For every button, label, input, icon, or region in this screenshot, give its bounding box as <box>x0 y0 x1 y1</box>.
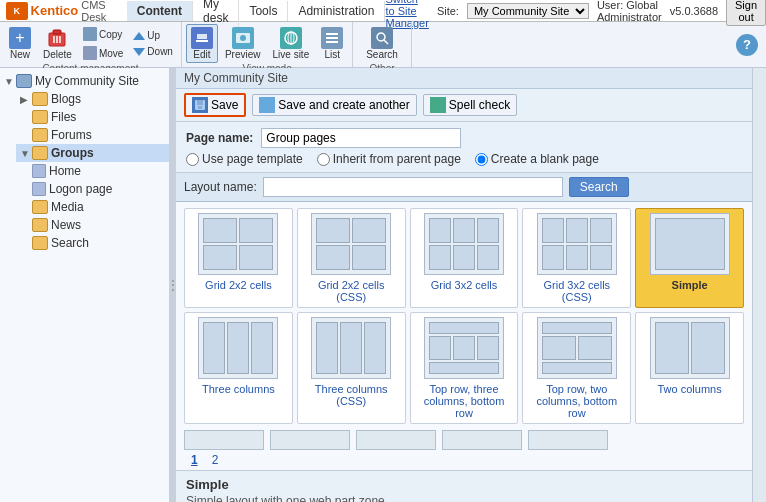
tree-item-home[interactable]: Home <box>16 162 169 180</box>
preview-button[interactable]: Preview <box>220 24 266 63</box>
nav-tools[interactable]: Tools <box>239 1 288 21</box>
logo-cms: CMS Desk <box>81 0 116 23</box>
move-button[interactable]: Move <box>79 44 127 62</box>
sidebar: ▼ My Community Site ▶ Blogs Files Forums <box>0 68 170 502</box>
folder-icon-blogs <box>32 92 48 106</box>
tree-root-label: My Community Site <box>35 74 139 88</box>
svg-rect-14 <box>326 41 338 43</box>
layout-item-simple[interactable]: Simple <box>635 208 744 308</box>
layout-item-twocol[interactable]: Two columns <box>635 312 744 424</box>
preview-icon <box>232 27 254 49</box>
layout-item-topthreebottom[interactable]: Top row, three columns, bottom row <box>410 312 519 424</box>
tree-item-media[interactable]: Media <box>16 198 169 216</box>
page-name-input[interactable] <box>261 128 461 148</box>
tree-item-blogs[interactable]: ▶ Blogs <box>16 90 169 108</box>
folder-icon-search <box>32 236 48 250</box>
list-button[interactable]: List <box>316 24 348 63</box>
tree-item-files[interactable]: Files <box>16 108 169 126</box>
radio-create-blank[interactable]: Create a blank page <box>475 152 599 166</box>
breadcrumb: My Community Site <box>176 68 752 89</box>
svg-point-8 <box>240 35 246 41</box>
tree-label-home: Home <box>49 164 81 178</box>
svg-rect-5 <box>196 40 208 42</box>
svg-marker-6 <box>197 34 207 39</box>
down-button[interactable]: Down <box>129 44 177 59</box>
scrollbar[interactable] <box>752 68 766 502</box>
new-button[interactable]: + New <box>4 24 36 63</box>
svg-rect-13 <box>326 37 338 39</box>
layout-item-grid3x2[interactable]: Grid 3x2 cells <box>410 208 519 308</box>
tree-label-blogs: Blogs <box>51 92 81 106</box>
layout-item-grid2x2css[interactable]: Grid 2x2 cells (CSS) <box>297 208 406 308</box>
radio-inherit-parent[interactable]: Inherit from parent page <box>317 152 461 166</box>
svg-rect-18 <box>197 100 203 105</box>
version-label: v5.0.3688 <box>670 5 718 17</box>
layout-grid: Grid 2x2 cells Grid 2x2 cells (CSS) <box>176 202 752 428</box>
tree-label-search: Search <box>51 236 89 250</box>
description-text: Simple layout with one web part zone. <box>186 494 742 502</box>
layout-name-twocol: Two columns <box>657 383 721 395</box>
layout-item-threecol[interactable]: Three columns <box>184 312 293 424</box>
spell-check-label: Spell check <box>449 98 510 112</box>
spell-check-button[interactable]: Spell check <box>423 94 517 116</box>
tree-label-forums: Forums <box>51 128 92 142</box>
tree-label-files: Files <box>51 110 76 124</box>
page-form: Page name: Use page template Inherit fro… <box>176 122 752 173</box>
tree-toggle-groups[interactable]: ▼ <box>20 148 32 159</box>
layout-item-grid3x2css[interactable]: Grid 3x2 cells (CSS) <box>522 208 631 308</box>
layout-name-grid2x2: Grid 2x2 cells <box>205 279 272 291</box>
search-label: Search <box>366 49 398 60</box>
delete-icon <box>46 27 68 49</box>
layout-item-grid2x2[interactable]: Grid 2x2 cells <box>184 208 293 308</box>
layout-name-grid3x2: Grid 3x2 cells <box>431 279 498 291</box>
page-1[interactable]: 1 <box>186 452 203 468</box>
copy-icon <box>83 27 97 41</box>
nav-content[interactable]: Content <box>127 1 193 21</box>
nav-administration[interactable]: Administration <box>288 1 385 21</box>
delete-button[interactable]: Delete <box>38 24 77 63</box>
save-create-button[interactable]: Save and create another <box>252 94 416 116</box>
toolbar-group-viewmode: Edit Preview Live site List Vie <box>182 22 353 67</box>
layout-search-button[interactable]: Search <box>569 177 629 197</box>
page-name-label: Page name: <box>186 131 253 145</box>
folder-icon-forums <box>32 128 48 142</box>
edit-button[interactable]: Edit <box>186 24 218 63</box>
radio-use-template[interactable]: Use page template <box>186 152 303 166</box>
layout-item-threecolcss[interactable]: Three columns (CSS) <box>297 312 406 424</box>
tree-item-groups[interactable]: ▼ Groups <box>16 144 169 162</box>
tree-root[interactable]: ▼ My Community Site <box>0 72 169 90</box>
save-icon <box>192 97 208 113</box>
folder-icon-news <box>32 218 48 232</box>
copy-button[interactable]: Copy <box>79 25 127 43</box>
tree-toggle-blogs[interactable]: ▶ <box>20 94 32 105</box>
page-icon-logon <box>32 182 46 196</box>
content-area: My Community Site Save Save and create a… <box>176 68 752 502</box>
toolbar-group-content: + New Delete Copy Move <box>0 22 182 67</box>
save-button[interactable]: Save <box>184 93 246 117</box>
layout-search-bar: Layout name: Search <box>176 173 752 202</box>
layout-name-topthreebottom: Top row, three columns, bottom row <box>415 383 514 419</box>
tree-item-forums[interactable]: Forums <box>16 126 169 144</box>
down-icon <box>133 48 145 56</box>
tree-label-media: Media <box>51 200 84 214</box>
layout-item-toptwobottom[interactable]: Top row, two columns, bottom row <box>522 312 631 424</box>
site-selector[interactable]: My Community Site <box>467 3 589 19</box>
toolbar: + New Delete Copy Move <box>0 22 766 68</box>
spell-icon <box>430 97 446 113</box>
search-button[interactable]: Search <box>361 24 403 63</box>
layout-search-input[interactable] <box>263 177 563 197</box>
layout-name-threecol: Three columns <box>202 383 275 395</box>
live-site-icon <box>280 27 302 49</box>
main-layout: ▼ My Community Site ▶ Blogs Files Forums <box>0 68 766 502</box>
help-button[interactable]: ? <box>728 22 766 67</box>
tree-item-logon[interactable]: Logon page <box>16 180 169 198</box>
folder-icon-media <box>32 200 48 214</box>
up-button[interactable]: Up <box>129 28 177 43</box>
tree-toggle-root[interactable]: ▼ <box>4 76 16 87</box>
page-2[interactable]: 2 <box>207 452 224 468</box>
tree-label-logon: Logon page <box>49 182 112 196</box>
tree-item-news[interactable]: News <box>16 216 169 234</box>
tree-item-search[interactable]: Search <box>16 234 169 252</box>
save-create-icon <box>259 97 275 113</box>
live-site-button[interactable]: Live site <box>268 24 315 63</box>
